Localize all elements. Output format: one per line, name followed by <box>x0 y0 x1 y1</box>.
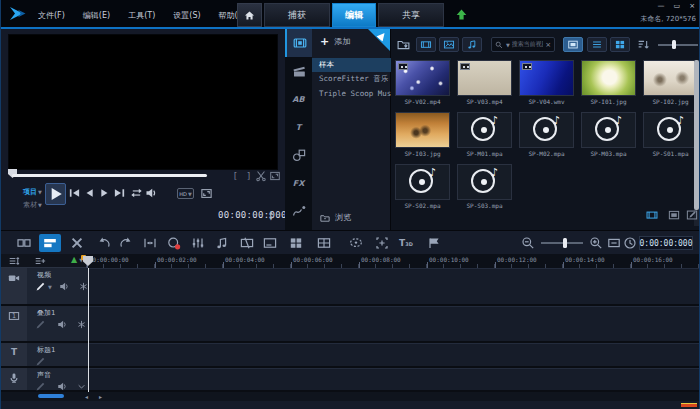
track-swap-icon[interactable] <box>7 255 21 267</box>
library-item[interactable]: SP-I01.jpg <box>581 60 639 108</box>
track-标题1-type[interactable]: T <box>1 343 27 368</box>
project-duration-icon[interactable] <box>623 236 637 250</box>
library-item[interactable]: ♪SP-S01.mpa <box>643 112 700 160</box>
toggle-library-panel-button[interactable] <box>644 209 660 221</box>
zoom-out-icon[interactable] <box>521 236 535 250</box>
timeline-hscrollbar-thumb[interactable] <box>38 394 64 398</box>
mode-clip-button[interactable]: 素材▼ <box>23 197 42 210</box>
track-标题1-content[interactable] <box>88 343 700 368</box>
mode-project-button[interactable]: 项目▼ <box>23 184 42 197</box>
multi-trim-button[interactable] <box>236 234 258 252</box>
multi-camera-button[interactable] <box>285 234 307 252</box>
timeline-ruler[interactable]: 00:00:00:0000:00:02:0000:00:04:0000:00:0… <box>86 254 700 268</box>
timeline-hscrollbar[interactable]: ◂ ▸ <box>1 392 700 401</box>
library-item[interactable]: SP-V02.mp4 <box>395 60 453 108</box>
menu-file[interactable]: 文件(F) <box>33 8 70 23</box>
toolbox-button[interactable] <box>66 234 88 252</box>
category-item-1[interactable]: ScoreFitter 音乐 <box>312 72 391 86</box>
skip-start-button[interactable] <box>68 186 81 200</box>
chevron-icon[interactable] <box>76 381 87 392</box>
scroll-right-icon[interactable]: ▸ <box>99 393 102 400</box>
mask-creator-button[interactable] <box>423 234 445 252</box>
pencil-icon[interactable] <box>35 281 46 292</box>
tab-capture[interactable]: 捕获 <box>264 3 330 27</box>
track-叠加1-content[interactable] <box>88 306 700 343</box>
enlarge-preview-icon[interactable] <box>269 170 281 182</box>
library-item[interactable]: ♪SP-M02.mpa <box>519 112 577 160</box>
library-item[interactable]: ♪SP-S03.mpa <box>457 164 515 212</box>
redo-button[interactable] <box>115 234 137 252</box>
fit-project-button[interactable] <box>139 234 161 252</box>
fit-timeline-icon[interactable] <box>607 236 621 250</box>
repeat-button[interactable] <box>130 186 143 200</box>
storyboard-view-button[interactable] <box>13 234 35 252</box>
motion-tracking-button[interactable] <box>345 234 367 252</box>
volume-button[interactable] <box>145 186 158 200</box>
library-nav-instant-project[interactable] <box>285 57 312 85</box>
library-nav-media[interactable] <box>285 29 312 57</box>
tab-share[interactable]: 共享 <box>378 3 444 27</box>
library-nav-title[interactable]: T <box>285 113 312 141</box>
hd-preview-button[interactable]: HD▼ <box>177 188 194 199</box>
track-motion-button[interactable] <box>371 234 393 252</box>
track-叠加1-type[interactable]: 1 <box>1 306 27 343</box>
track-标题1-header[interactable]: 标题1 <box>27 343 88 368</box>
sound-mixer-button[interactable] <box>187 234 209 252</box>
pencil-icon[interactable] <box>35 319 46 330</box>
restore-button[interactable]: ▭ <box>674 2 681 10</box>
timeline-zoom-slider[interactable] <box>541 242 583 244</box>
undo-button[interactable] <box>93 234 115 252</box>
library-nav-graphic[interactable] <box>285 141 312 169</box>
track-视频-type[interactable] <box>1 268 27 306</box>
library-item[interactable]: ♪SP-M01.mpa <box>457 112 515 160</box>
zoom-in-icon[interactable] <box>589 236 603 250</box>
pencil-caret-icon[interactable]: ▼ <box>48 284 52 290</box>
track-声音-type[interactable] <box>1 368 27 392</box>
timeline-zoom-slider-thumb[interactable] <box>563 238 567 248</box>
subtitle-editor-button[interactable] <box>259 234 281 252</box>
skip-end-button[interactable] <box>113 186 126 200</box>
record-capture-button[interactable] <box>163 234 185 252</box>
track-视频-content[interactable] <box>88 268 700 306</box>
speaker-icon[interactable] <box>59 281 70 292</box>
mark-in-button[interactable]: [ <box>230 170 241 182</box>
timecode-spinner[interactable]: ▲▼ <box>269 209 273 221</box>
3d-title-button[interactable]: T3D <box>395 234 417 252</box>
edit-options-button[interactable] <box>684 209 700 221</box>
library-scrollbar-thumb[interactable] <box>694 60 699 210</box>
library-nav-filter[interactable]: FX <box>285 169 312 197</box>
pencil-icon[interactable] <box>35 381 46 392</box>
library-item[interactable]: ♪SP-M03.mpa <box>581 112 639 160</box>
auto-music-button[interactable] <box>211 234 233 252</box>
library-item[interactable]: SP-I02.jpg <box>643 60 700 108</box>
split-clip-icon[interactable] <box>255 170 267 182</box>
next-frame-button[interactable] <box>98 186 111 200</box>
pencil-icon[interactable] <box>35 356 46 367</box>
mark-out-button[interactable]: ] <box>243 170 254 182</box>
library-item[interactable]: ♪SP-S02.mpa <box>395 164 453 212</box>
play-button[interactable] <box>45 183 66 205</box>
track-manager-icon[interactable] <box>33 255 47 267</box>
scrubber-track[interactable] <box>12 174 207 177</box>
tab-edit[interactable]: 编辑 <box>332 3 376 27</box>
transparency-icon[interactable] <box>76 319 87 330</box>
browse-button[interactable]: 浏览 <box>319 212 351 223</box>
add-category-button[interactable]: + 添加 <box>320 36 350 47</box>
speaker-icon[interactable] <box>57 381 68 392</box>
enlarge-screen-button[interactable] <box>200 187 213 200</box>
menu-tools[interactable]: 工具(T) <box>123 8 160 23</box>
track-声音-content[interactable] <box>88 368 700 392</box>
scroll-left-icon[interactable]: ◂ <box>85 393 88 400</box>
library-scrollbar[interactable] <box>694 60 699 226</box>
track-视频-header[interactable]: 视频▼ <box>27 268 88 306</box>
library-nav-motion-path[interactable] <box>285 197 312 225</box>
collapse-panel-button[interactable] <box>368 29 390 51</box>
library-nav-transition[interactable]: AB <box>285 85 312 113</box>
green-up-arrow-icon[interactable] <box>450 3 472 25</box>
track-叠加1-header[interactable]: 叠加1 <box>27 306 88 343</box>
minimize-button[interactable]: — <box>658 2 665 10</box>
library-item[interactable]: SP-I03.jpg <box>395 112 453 160</box>
track-声音-header[interactable]: 声音 <box>27 368 88 392</box>
category-item-0[interactable]: 样本 <box>312 58 391 72</box>
preview-timecode[interactable]: 00:00:00:000 <box>218 210 287 220</box>
